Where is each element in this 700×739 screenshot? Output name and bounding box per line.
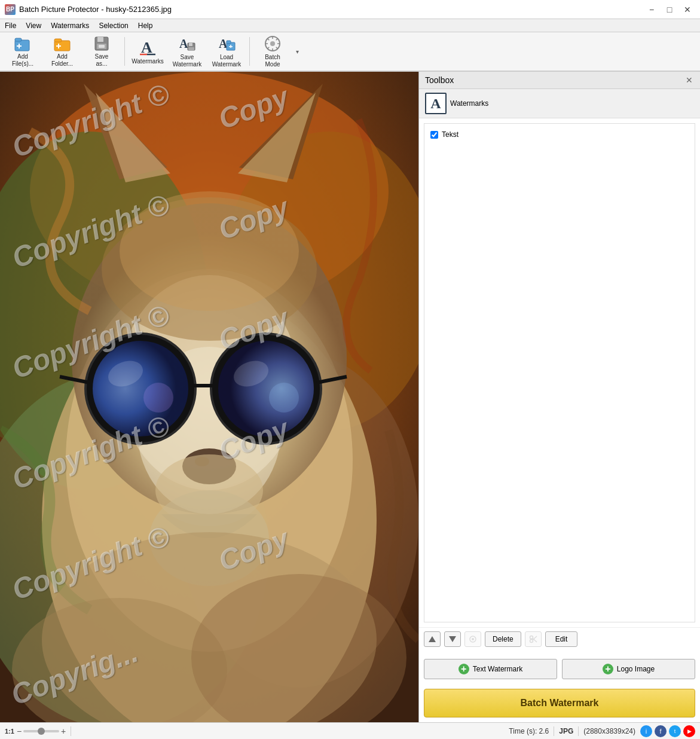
svg-rect-11: [99, 45, 105, 48]
maximize-button[interactable]: □: [662, 4, 677, 16]
text-watermark-plus-icon: +: [458, 664, 469, 674]
image-panel: Copyright © Copy Copyright © Copy Copyri…: [0, 72, 418, 722]
watermarks-label: Watermarks: [132, 58, 164, 65]
load-watermark-icon: A: [217, 35, 236, 53]
toolbox-panel: Toolbox ✕ A Watermarks Tekst: [418, 72, 700, 722]
menu-view[interactable]: View: [21, 19, 46, 32]
batch-mode-icon: [263, 35, 282, 53]
toolbox-watermarks-icon: A: [425, 93, 447, 114]
svg-rect-5: [54, 39, 62, 42]
toolbox-close-button[interactable]: ✕: [684, 75, 694, 85]
svg-point-45: [143, 383, 173, 413]
svg-marker-63: [429, 636, 436, 642]
status-format: JPG: [559, 727, 573, 735]
logo-image-plus-icon: +: [603, 664, 613, 674]
image-canvas: Copyright © Copy Copyright © Copy Copyri…: [0, 72, 418, 722]
title-text: Batch Picture Protector - husky-5212365.…: [19, 5, 172, 14]
toolbox-actions: Delete Edit: [419, 627, 700, 654]
move-up-button[interactable]: [424, 631, 441, 647]
menu-file[interactable]: File: [0, 19, 21, 32]
svg-rect-18: [188, 47, 194, 50]
facebook-icon-button[interactable]: f: [655, 725, 667, 737]
watermarks-list: Tekst: [424, 123, 695, 622]
load-watermark-button[interactable]: A LoadWatermark: [207, 35, 246, 68]
list-item[interactable]: Tekst: [429, 129, 690, 141]
add-files-icon: [13, 35, 32, 52]
add-folder-icon: [53, 35, 72, 52]
save-watermark-button[interactable]: A SaveWatermark: [168, 35, 206, 68]
watermarks-icon: A: [138, 38, 157, 57]
status-sep-1: [554, 726, 554, 736]
app-icon: BP: [5, 4, 16, 15]
svg-rect-21: [227, 41, 231, 44]
zoom-minus-button[interactable]: −: [17, 726, 22, 736]
status-icons: i f t ▶: [640, 725, 695, 737]
toolbox-title: Toolbox: [425, 75, 454, 85]
main-content: Copyright © Copy Copyright © Copy Copyri…: [0, 72, 700, 722]
add-watermark-row: + Text Watermark + Logo Image: [424, 659, 695, 679]
status-zoom: 1:1 − +: [5, 726, 71, 736]
menu-watermarks[interactable]: Watermarks: [46, 19, 94, 32]
text-watermark-button[interactable]: + Text Watermark: [424, 659, 557, 679]
toolbar: AddFile(s)... AddFolder... Saveas...: [0, 32, 700, 72]
batch-mode-button[interactable]: BatchMode: [253, 35, 292, 68]
zoom-plus-button[interactable]: +: [61, 726, 66, 736]
title-bar-controls: − □ ✕: [644, 4, 695, 16]
zoom-level: 1:1: [5, 728, 14, 735]
text-watermark-label: Text Watermark: [473, 665, 523, 673]
close-button[interactable]: ✕: [680, 4, 695, 16]
svg-text:A: A: [141, 39, 152, 56]
down-arrow-icon: [448, 635, 457, 643]
save-as-label: Saveas...: [95, 53, 109, 68]
svg-marker-64: [449, 636, 456, 642]
title-bar: BP Batch Picture Protector - husky-52123…: [0, 0, 700, 19]
svg-point-25: [270, 41, 275, 46]
action-row: Delete Edit: [424, 631, 695, 647]
husky-image: [0, 72, 418, 722]
delete-button[interactable]: Delete: [485, 631, 521, 647]
edit-button[interactable]: Edit: [545, 631, 578, 647]
save-watermark-label: SaveWatermark: [173, 54, 202, 68]
minimize-button[interactable]: −: [644, 4, 659, 16]
svg-point-50: [269, 383, 299, 413]
visibility-button[interactable]: [464, 631, 481, 647]
zoom-slider-thumb[interactable]: [38, 728, 45, 735]
youtube-icon-button[interactable]: ▶: [683, 725, 695, 737]
batch-mode-label: BatchMode: [265, 54, 280, 68]
svg-point-66: [472, 638, 474, 640]
svg-rect-17: [189, 43, 192, 46]
batch-watermark-button[interactable]: Batch Watermark: [424, 689, 695, 717]
toolbox-section-label: Watermarks: [450, 99, 488, 108]
eye-icon: [469, 635, 477, 643]
status-bar: 1:1 − + Time (s): 2.6 JPG (2880x3839x24)…: [0, 722, 700, 739]
info-icon-button[interactable]: i: [640, 725, 652, 737]
batch-watermark-row: Batch Watermark: [424, 689, 695, 717]
menu-selection[interactable]: Selection: [94, 19, 133, 32]
twitter-icon-button[interactable]: t: [669, 725, 681, 737]
logo-image-button[interactable]: + Logo Image: [562, 659, 695, 679]
logo-image-label: Logo Image: [617, 665, 655, 673]
watermarks-button[interactable]: A Watermarks: [129, 35, 167, 68]
scissors-button[interactable]: [525, 631, 542, 647]
save-as-button[interactable]: Saveas...: [82, 35, 121, 68]
add-folder-button[interactable]: AddFolder...: [43, 35, 81, 68]
svg-point-59: [120, 191, 299, 311]
toolbar-separator-2: [249, 37, 250, 66]
menu-help[interactable]: Help: [133, 19, 158, 32]
title-bar-left: BP Batch Picture Protector - husky-52123…: [5, 4, 172, 15]
status-time: Time (s): 2.6: [509, 727, 549, 735]
watermark-checkbox[interactable]: [430, 131, 438, 139]
svg-point-67: [530, 636, 533, 639]
toolbox-title-row: Toolbox: [425, 75, 454, 85]
svg-point-68: [530, 640, 533, 643]
status-dims: (2880x3839x24): [583, 727, 635, 735]
add-files-button[interactable]: AddFile(s)...: [4, 35, 42, 68]
zoom-slider-container: − +: [17, 726, 66, 736]
move-down-button[interactable]: [444, 631, 461, 647]
scissors-icon: [529, 635, 537, 643]
batch-mode-dropdown[interactable]: ▾: [293, 35, 301, 68]
toolbox-section-header: A Watermarks: [419, 89, 700, 118]
watermark-item-label: Tekst: [442, 130, 458, 139]
up-arrow-icon: [428, 635, 436, 643]
zoom-slider[interactable]: [23, 730, 59, 732]
